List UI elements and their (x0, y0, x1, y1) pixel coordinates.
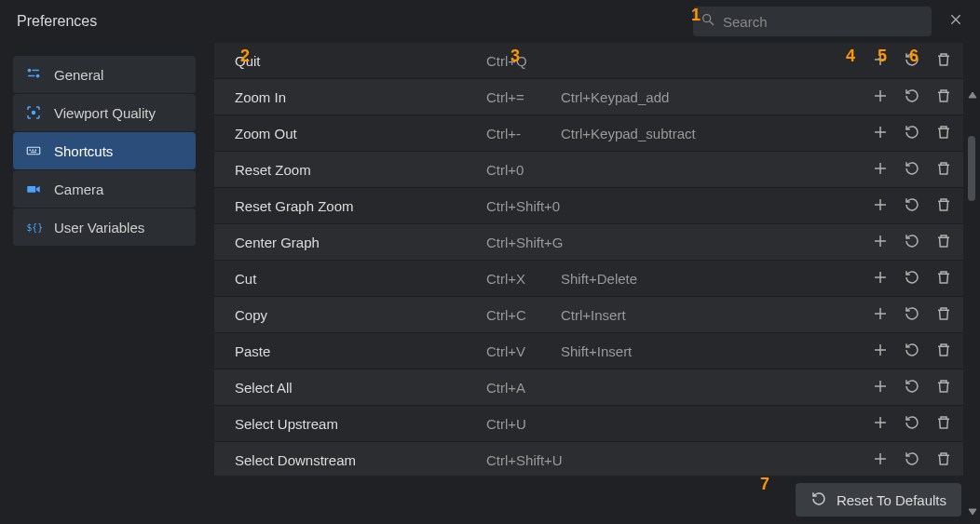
add-shortcut-button[interactable] (872, 234, 889, 250)
reset-shortcut-button[interactable] (904, 52, 920, 69)
add-shortcut-button[interactable] (872, 52, 889, 69)
shortcut-row[interactable]: PasteCtrl+VShift+Insert (214, 333, 963, 369)
reset-shortcut-button[interactable] (904, 270, 920, 287)
shortcut-row[interactable]: QuitCtrl+Q (214, 43, 963, 79)
reset-defaults-button[interactable]: Reset To Defaults (796, 483, 961, 517)
undo-icon (904, 87, 920, 107)
shortcut-row[interactable]: Zoom InCtrl+=Ctrl+Keypad_add (214, 79, 963, 115)
sidebar-item-user-variables[interactable]: User Variables (13, 208, 196, 247)
trash-icon (935, 305, 952, 325)
add-shortcut-button[interactable] (872, 415, 889, 432)
trash-icon (935, 269, 952, 289)
sidebar-item-general[interactable]: General (13, 56, 196, 94)
reset-shortcut-button[interactable] (904, 379, 920, 396)
add-shortcut-button[interactable] (872, 451, 889, 468)
delete-shortcut-button[interactable] (935, 125, 952, 141)
shortcut-key-primary: Ctrl+Q (486, 53, 872, 69)
add-shortcut-button[interactable] (872, 306, 889, 323)
close-icon (948, 12, 963, 31)
sidebar-item-label: User Variables (54, 220, 144, 235)
undo-icon (904, 233, 920, 252)
add-shortcut-button[interactable] (872, 270, 889, 287)
shortcut-name: Copy (235, 307, 486, 323)
add-shortcut-button[interactable] (872, 88, 889, 105)
delete-shortcut-button[interactable] (935, 52, 952, 69)
shortcut-list[interactable]: QuitCtrl+QZoom InCtrl+=Ctrl+Keypad_addZo… (214, 43, 963, 476)
delete-shortcut-button[interactable] (935, 234, 952, 250)
search-input[interactable] (723, 14, 924, 30)
reset-shortcut-button[interactable] (904, 306, 920, 323)
row-actions (872, 379, 952, 396)
window-title: Preferences (17, 13, 97, 30)
scroll-thumb[interactable] (968, 136, 975, 201)
delete-shortcut-button[interactable] (935, 306, 952, 323)
delete-shortcut-button[interactable] (935, 88, 952, 105)
shortcut-row[interactable]: Zoom OutCtrl+-Ctrl+Keypad_subtract (214, 115, 963, 152)
sliders-icon (24, 65, 43, 84)
reset-shortcut-button[interactable] (904, 88, 920, 105)
keyboard-icon (24, 141, 43, 160)
plus-icon (872, 124, 889, 143)
trash-icon (935, 160, 952, 180)
delete-shortcut-button[interactable] (935, 451, 952, 468)
svg-line-1 (710, 21, 714, 25)
search-box[interactable] (693, 7, 932, 36)
add-shortcut-button[interactable] (872, 197, 889, 214)
shortcut-row[interactable]: Select DownstreamCtrl+Shift+U (214, 442, 963, 476)
delete-shortcut-button[interactable] (935, 197, 952, 214)
delete-shortcut-button[interactable] (935, 379, 952, 396)
reset-shortcut-button[interactable] (904, 343, 920, 359)
svg-marker-29 (969, 509, 976, 515)
add-shortcut-button[interactable] (872, 343, 889, 359)
close-button[interactable] (945, 10, 967, 33)
trash-icon (935, 342, 952, 361)
undo-icon (904, 51, 920, 71)
shortcut-row[interactable]: Select AllCtrl+A (214, 369, 963, 406)
shortcut-row[interactable]: CutCtrl+XShift+Delete (214, 261, 963, 297)
shortcut-name: Zoom Out (235, 126, 486, 141)
reset-shortcut-button[interactable] (904, 197, 920, 214)
plus-icon (872, 160, 889, 180)
reset-shortcut-button[interactable] (904, 161, 920, 178)
trash-icon (935, 233, 952, 252)
reset-shortcut-button[interactable] (904, 234, 920, 250)
sidebar-item-shortcuts[interactable]: Shortcuts (13, 132, 196, 170)
row-actions (872, 125, 952, 141)
row-actions (872, 161, 952, 178)
reset-shortcut-button[interactable] (904, 415, 920, 432)
shortcut-key-primary: Ctrl+C (486, 307, 561, 323)
sidebar-item-camera[interactable]: Camera (13, 170, 196, 208)
delete-shortcut-button[interactable] (935, 343, 952, 359)
reset-shortcut-button[interactable] (904, 125, 920, 141)
shortcut-row[interactable]: Reset ZoomCtrl+0 (214, 152, 963, 188)
trash-icon (935, 87, 952, 107)
undo-icon (904, 414, 920, 434)
scrollbar[interactable] (967, 89, 978, 517)
plus-icon (872, 450, 889, 470)
delete-shortcut-button[interactable] (935, 161, 952, 178)
shortcut-key-primary: Ctrl+Shift+U (486, 452, 872, 468)
reset-shortcut-button[interactable] (904, 451, 920, 468)
shortcut-row[interactable]: Reset Graph ZoomCtrl+Shift+0 (214, 188, 963, 224)
shortcut-key-primary: Ctrl+- (486, 126, 561, 141)
sidebar-item-viewport-quality[interactable]: Viewport Quality (13, 94, 196, 132)
scroll-down-arrow[interactable] (967, 506, 978, 517)
shortcut-key-primary: Ctrl+U (486, 416, 872, 432)
row-actions (872, 52, 952, 69)
reset-icon (810, 490, 827, 510)
trash-icon (935, 124, 952, 143)
trash-icon (935, 378, 952, 397)
shortcut-name: Cut (235, 271, 486, 287)
row-actions (872, 415, 952, 432)
plus-icon (872, 305, 889, 325)
delete-shortcut-button[interactable] (935, 270, 952, 287)
add-shortcut-button[interactable] (872, 379, 889, 396)
add-shortcut-button[interactable] (872, 161, 889, 178)
shortcut-row[interactable]: CopyCtrl+CCtrl+Insert (214, 297, 963, 333)
shortcut-row[interactable]: Center GraphCtrl+Shift+G (214, 224, 963, 261)
scroll-up-arrow[interactable] (967, 89, 978, 101)
add-shortcut-button[interactable] (872, 125, 889, 141)
shortcut-row[interactable]: Select UpstreamCtrl+U (214, 406, 963, 442)
delete-shortcut-button[interactable] (935, 415, 952, 432)
shortcut-key-primary: Ctrl+Shift+0 (486, 198, 872, 214)
